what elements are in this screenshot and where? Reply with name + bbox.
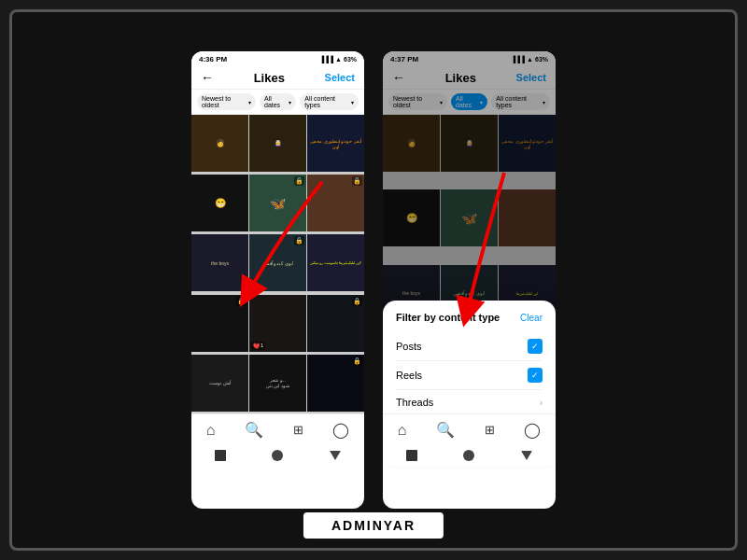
posts-label: Posts [396,341,422,352]
grid-item[interactable]: the boys [191,234,248,291]
phone1-page-title: Likes [254,71,285,85]
chevron-down-icon: ▾ [289,99,291,105]
phone1-nav-bar: ⌂ 🔍 ⊞ ◯ [191,413,364,445]
phone2: 4:37 PM ▐▐▐ ▲ 63% ← Likes Select [383,51,556,509]
lock-icon: 🔒 [294,176,304,186]
sheet-row-threads: Threads › [396,390,543,414]
grid-item[interactable]: 🔒 [307,175,364,231]
grid-item[interactable]: آتش دوست [191,355,248,412]
grid-item[interactable]: 🔒 [307,295,364,352]
back-button[interactable] [330,451,341,460]
grid-item[interactable]: 🔒 [191,295,248,352]
lock-icon: 🔒 [352,357,362,366]
bottom-label: ADMINYAR [303,512,444,539]
phone1-wifi: ▲ [335,56,342,63]
search-icon[interactable]: 🔍 [245,421,263,439]
phone1-wrapper: 4:36 PM ▐▐▐ ▲ 63% ← Likes Select [191,51,364,509]
phone1-top-bar: ← Likes Select [191,66,364,90]
phone1-time: 4:36 PM [199,55,227,63]
chevron-right-icon: › [540,398,543,408]
sheet-row-reels: Reels ✓ [396,361,543,390]
like-badge: ❤️1 [251,342,265,350]
grid-item[interactable]: 👩‍🦳 [249,115,306,172]
lock-icon: 🔒 [294,236,304,245]
grid-item[interactable]: این اپلیکیشن‌ها جاسوست رو میکنن! [307,234,364,291]
grid-item[interactable]: ❤️1 [249,295,306,352]
grid-item[interactable]: و شعر...شود این بتن [249,355,306,412]
outer-border: 4:36 PM ▐▐▐ ▲ 63% ← Likes Select [9,9,738,551]
circle-button[interactable] [272,450,283,461]
circle-button[interactable] [463,450,474,461]
phone1-filter-row: Newest to oldest ▾ All dates ▾ All conte… [191,90,364,115]
reels-icon[interactable]: ⊞ [293,423,303,437]
clear-button[interactable]: Clear [520,313,543,323]
grid-item[interactable]: 👩 [191,115,248,172]
profile-icon[interactable]: ◯ [524,421,541,439]
reels-checkbox[interactable]: ✓ [528,368,543,383]
grid-item[interactable]: آنقر خودتو اینطوری مخفی اون [307,115,364,172]
grid-item[interactable]: 😁 [191,175,248,231]
phone2-nav-bar: ⌂ 🔍 ⊞ ◯ [383,413,556,445]
chevron-down-icon: ▾ [351,99,354,105]
phone1-status-bar: 4:36 PM ▐▐▐ ▲ 63% [191,51,364,66]
lock-icon: 🔒 [236,297,247,306]
phone2-sys-nav [383,445,556,466]
phone1-battery: 63% [344,56,357,63]
profile-icon[interactable]: ◯ [332,421,349,439]
phone1-filter-dates[interactable]: All dates ▾ [260,93,296,110]
phone1-select-btn[interactable]: Select [325,72,355,83]
grid-item[interactable]: 🦋 🔒 [249,175,306,231]
grid-item[interactable]: 🔒 [307,355,364,412]
square-button[interactable] [406,450,417,461]
home-icon[interactable]: ⌂ [398,422,407,439]
sheet-title: Filter by content type [396,312,500,323]
reels-icon[interactable]: ⊞ [485,423,495,437]
phone2-wrapper: 4:37 PM ▐▐▐ ▲ 63% ← Likes Select [383,51,556,509]
brand-name: ADMINYAR [331,518,416,533]
lock-icon: 🔒 [352,297,362,306]
chevron-down-icon: ▾ [248,99,251,105]
phone1-filter-sort[interactable]: Newest to oldest ▾ [197,93,256,110]
threads-label: Threads [396,397,433,408]
sheet-row-posts: Posts ✓ [396,332,543,361]
back-button[interactable] [521,451,532,460]
phone1: 4:36 PM ▐▐▐ ▲ 63% ← Likes Select [191,51,364,509]
phone1-back-arrow[interactable]: ← [201,70,214,85]
home-icon[interactable]: ⌂ [206,422,216,439]
phone1-filter-types[interactable]: All content types ▾ [300,93,359,110]
phone1-sys-nav [191,445,364,466]
lock-icon: 🔒 [352,176,362,186]
square-button[interactable] [215,450,226,461]
phone1-grid: 👩 👩‍🦳 آنقر خودتو اینطوری مخفی اون 😁 🦋 🔒 … [191,115,364,413]
phones-container: 4:36 PM ▐▐▐ ▲ 63% ← Likes Select [182,42,565,518]
grid-item[interactable]: بوی کند و آفتس! 🔒 [249,234,306,291]
posts-checkbox[interactable]: ✓ [528,339,543,354]
reels-label: Reels [396,370,422,381]
phone1-status-icons: ▐▐▐ ▲ 63% [319,56,357,63]
sheet-header: Filter by content type Clear [396,312,543,323]
search-icon[interactable]: 🔍 [436,421,455,439]
phone1-signal: ▐▐▐ [319,56,333,63]
